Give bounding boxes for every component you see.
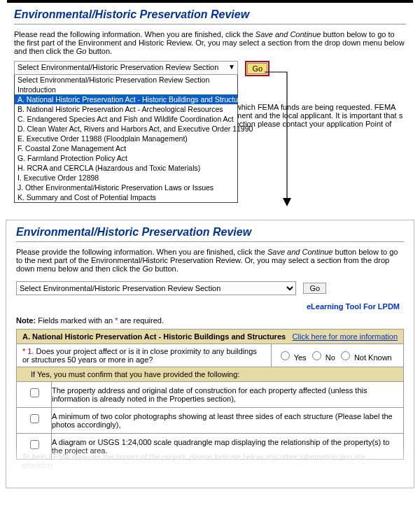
chevron-down-icon: ▼ (228, 63, 235, 71)
intro-paragraph: Please read the following information. W… (0, 29, 420, 61)
section-header-cell: A. National Historic Preservation Act - … (17, 330, 404, 344)
elearning-link[interactable]: eLearning Tool For LPDM (307, 302, 400, 311)
panel-detail: Environmental/Historic Preservation Revi… (6, 220, 414, 488)
dropdown-option[interactable]: F. Coastal Zone Management Act (15, 143, 237, 153)
panel-intro: Please provide the following information… (6, 246, 414, 278)
confirm-check-3[interactable] (30, 440, 39, 449)
section-dropdown-open[interactable]: Select Environmental/Historic Preservati… (14, 61, 238, 203)
go-button-highlight: Go (245, 61, 270, 76)
section-dropdown-selected: Select Environmental/Historic Preservati… (18, 63, 218, 71)
panel-title: Environmental/Historic Preservation Revi… (6, 220, 414, 240)
dropdown-option[interactable]: Introduction (15, 85, 237, 94)
panel-title-underline (16, 241, 404, 242)
radio-yes[interactable] (281, 351, 290, 360)
faded-row: To help FEMA evaluate the impact of the … (16, 453, 404, 469)
go-button[interactable]: Go (247, 63, 267, 74)
radio-not-known[interactable] (341, 351, 350, 360)
dropdown-option[interactable]: B. National Historic Preservation Act - … (15, 104, 237, 114)
page-title: Environmental/Historic Preservation Revi… (0, 3, 420, 22)
dropdown-option[interactable]: E. Executive Order 11988 (Floodplain Man… (15, 134, 237, 143)
required-note: Note: Fields marked with an * are requir… (6, 313, 414, 329)
confirm-text-1: The property address and original date o… (52, 382, 404, 408)
question-1: * 1. Does your project affect or is it i… (17, 344, 272, 367)
dropdown-option[interactable]: J. Other Environmental/Historic Preserva… (15, 183, 237, 192)
radio-no[interactable] (312, 351, 321, 360)
dropdown-option[interactable]: H. RCRA and CERCLA (Hazardous and Toxic … (15, 163, 237, 173)
dropdown-option[interactable]: I. Executive Order 12898 (15, 173, 237, 183)
subheader: If Yes, you must confirm that you have p… (17, 367, 404, 382)
dropdown-option[interactable]: C. Endangered Species Act and Fish and W… (15, 114, 237, 124)
answer-group: Yes No Not Known (271, 344, 403, 367)
dropdown-option[interactable]: K. Summary and Cost of Potential Impacts (15, 192, 237, 202)
dropdown-option[interactable]: Select Environmental/Historic Preservati… (15, 75, 237, 85)
dropdown-option[interactable]: A. National Historic Preservation Act - … (15, 94, 237, 104)
go-button-panel[interactable]: Go (303, 283, 326, 294)
confirm-check-2[interactable] (30, 414, 39, 423)
dropdown-option[interactable]: G. Farmland Protection Policy Act (15, 153, 237, 163)
title-underline (14, 24, 406, 24)
confirm-text-2: A minimum of two color photographs showi… (52, 408, 404, 434)
dropdown-option[interactable]: D. Clean Water Act, Rivers and Harbors A… (15, 124, 237, 134)
confirm-check-1[interactable] (30, 388, 39, 397)
question-table: A. National Historic Preservation Act - … (16, 329, 404, 460)
section-dropdown[interactable]: Select Environmental/Historic Preservati… (16, 281, 296, 295)
more-info-link[interactable]: Click here for more information (293, 332, 398, 341)
